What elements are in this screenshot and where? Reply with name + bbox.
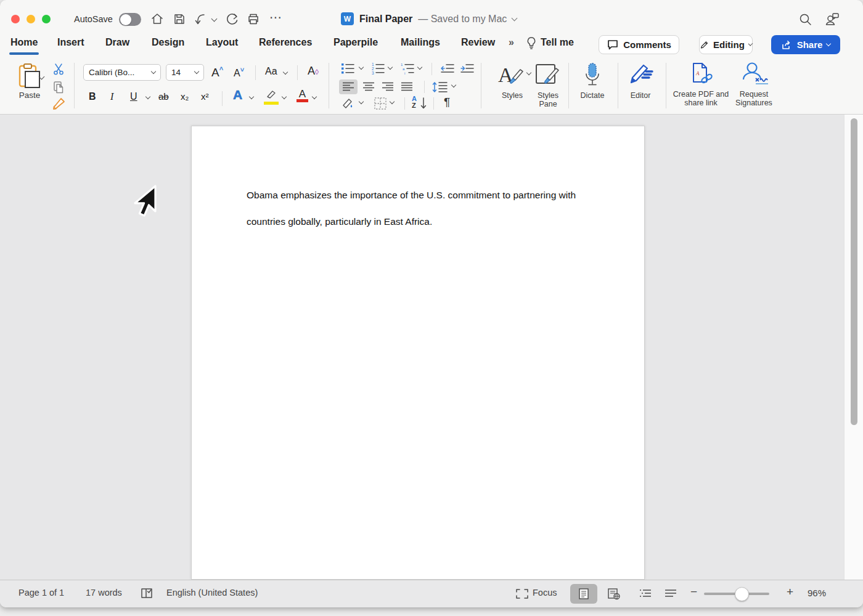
proofing-status-icon[interactable]	[139, 586, 154, 601]
create-pdf-button[interactable]: A	[687, 61, 714, 91]
editor-button[interactable]	[628, 62, 655, 90]
undo-icon[interactable]	[192, 11, 208, 27]
paste-label[interactable]: Paste	[14, 91, 46, 100]
line-spacing-icon[interactable]	[432, 80, 449, 94]
tellme-label[interactable]: Tell me	[541, 37, 574, 48]
document-canvas[interactable]: Obama emphasizes the importance of the U…	[0, 115, 863, 580]
shrink-font-button[interactable]: A˅	[234, 66, 244, 79]
tab-insert[interactable]: Insert	[57, 37, 84, 48]
home-icon[interactable]	[150, 12, 165, 26]
language-status[interactable]: English (United States)	[166, 588, 258, 598]
shading-chevron-icon[interactable]	[359, 99, 364, 104]
word-count-status[interactable]: 17 words	[86, 588, 122, 598]
tab-draw[interactable]: Draw	[105, 37, 129, 48]
contacts-icon[interactable]	[824, 10, 841, 28]
tab-overflow-icon[interactable]: »	[509, 37, 514, 48]
scrollbar-thumb[interactable]	[851, 118, 857, 425]
numbered-list-chevron-icon[interactable]	[388, 65, 393, 70]
tab-review[interactable]: Review	[461, 37, 495, 48]
more-toolbar-options-icon[interactable]: ⋯	[269, 10, 282, 25]
align-left-icon[interactable]	[342, 81, 355, 92]
borders-chevron-icon[interactable]	[390, 99, 395, 104]
share-button[interactable]: Share	[771, 35, 840, 54]
font-size-select[interactable]: 14	[166, 64, 204, 81]
bullet-list-icon[interactable]	[340, 62, 356, 75]
styles-pane-button[interactable]	[534, 62, 561, 91]
subscript-button[interactable]: x₂	[181, 91, 189, 102]
copy-icon[interactable]	[52, 80, 65, 95]
request-signatures-button[interactable]	[738, 61, 771, 91]
tab-design[interactable]: Design	[152, 37, 184, 48]
page-number-status[interactable]: Page 1 of 1	[18, 588, 64, 598]
comments-button[interactable]: Comments	[599, 35, 679, 54]
tab-layout[interactable]: Layout	[206, 37, 238, 48]
text-effects-chevron-icon[interactable]	[249, 94, 254, 99]
document-title-group[interactable]: W Final Paper — Saved to my Mac	[341, 12, 517, 25]
shading-icon[interactable]	[341, 97, 356, 110]
change-case-button[interactable]: Aa	[265, 66, 277, 77]
zoom-slider-thumb[interactable]	[735, 587, 749, 601]
highlight-color-button[interactable]	[264, 89, 279, 105]
cut-icon[interactable]	[52, 62, 65, 76]
close-window-button[interactable]	[11, 15, 20, 23]
outline-view-icon[interactable]	[638, 588, 653, 599]
focus-icon[interactable]	[515, 588, 529, 599]
maximize-window-button[interactable]	[42, 15, 51, 23]
tab-home[interactable]: Home	[10, 37, 38, 48]
save-icon[interactable]	[172, 12, 187, 26]
multilevel-list-icon[interactable]: 1 a i	[399, 62, 415, 75]
focus-mode-button[interactable]: Focus	[533, 588, 557, 598]
underline-chevron-icon[interactable]	[145, 94, 150, 99]
format-painter-icon[interactable]	[51, 96, 67, 112]
document-text-line[interactable]: countries globally, particularly in East…	[247, 216, 432, 227]
font-color-chevron-icon[interactable]	[312, 94, 317, 99]
font-color-button[interactable]: A	[297, 88, 308, 102]
print-icon[interactable]	[246, 12, 261, 26]
redo-icon[interactable]	[224, 11, 240, 27]
highlight-chevron-icon[interactable]	[282, 94, 287, 99]
minimize-window-button[interactable]	[27, 15, 35, 23]
tab-mailings[interactable]: Mailings	[401, 37, 440, 48]
increase-indent-icon[interactable]	[459, 62, 475, 75]
zoom-level-value[interactable]: 96%	[808, 588, 826, 598]
font-name-select[interactable]: Calibri (Bo...	[83, 64, 161, 81]
borders-icon[interactable]	[373, 96, 388, 111]
align-center-icon[interactable]	[362, 81, 375, 92]
text-effects-button[interactable]: A	[233, 87, 242, 102]
document-text-line[interactable]: Obama emphasizes the importance of the U…	[247, 190, 576, 201]
sort-button[interactable]: A Z	[412, 95, 417, 109]
document-page[interactable]: Obama emphasizes the importance of the U…	[191, 126, 645, 580]
draft-view-icon[interactable]	[664, 588, 677, 599]
search-icon[interactable]	[798, 12, 813, 27]
zoom-in-button[interactable]: +	[787, 585, 793, 599]
tab-references[interactable]: References	[259, 37, 312, 48]
tab-paperpile[interactable]: Paperpile	[333, 37, 378, 48]
italic-button[interactable]: I	[110, 91, 113, 102]
undo-dropdown-chevron-icon[interactable]	[211, 16, 218, 22]
underline-button[interactable]: U	[130, 91, 137, 102]
line-spacing-chevron-icon[interactable]	[451, 83, 456, 87]
web-layout-view-icon[interactable]	[607, 588, 621, 600]
show-paragraph-marks-button[interactable]: ¶	[444, 95, 450, 109]
strikethrough-button[interactable]: ab	[158, 91, 169, 102]
zoom-out-button[interactable]: −	[690, 585, 697, 599]
decrease-indent-icon[interactable]	[440, 62, 456, 75]
justify-icon[interactable]	[400, 81, 414, 92]
grow-font-button[interactable]: A˄	[211, 65, 223, 79]
title-dropdown-chevron-icon[interactable]	[512, 15, 518, 21]
editing-mode-button[interactable]: Editing	[699, 35, 753, 54]
clear-formatting-button[interactable]: A◊	[308, 65, 319, 78]
lightbulb-icon[interactable]	[525, 36, 538, 51]
bold-button[interactable]: B	[89, 91, 96, 102]
align-right-icon[interactable]	[381, 81, 395, 92]
numbered-list-icon[interactable]: 1 2 3	[370, 62, 386, 75]
bullet-list-chevron-icon[interactable]	[359, 65, 364, 70]
dictate-button[interactable]	[582, 62, 603, 91]
scrollbar-track[interactable]	[844, 115, 863, 580]
change-case-chevron-icon[interactable]	[283, 70, 288, 75]
superscript-button[interactable]: x²	[201, 91, 209, 102]
multilevel-list-chevron-icon[interactable]	[417, 65, 422, 70]
styles-button[interactable]: A	[497, 62, 529, 91]
autosave-toggle[interactable]	[119, 13, 141, 26]
print-layout-view-icon[interactable]	[578, 588, 590, 600]
